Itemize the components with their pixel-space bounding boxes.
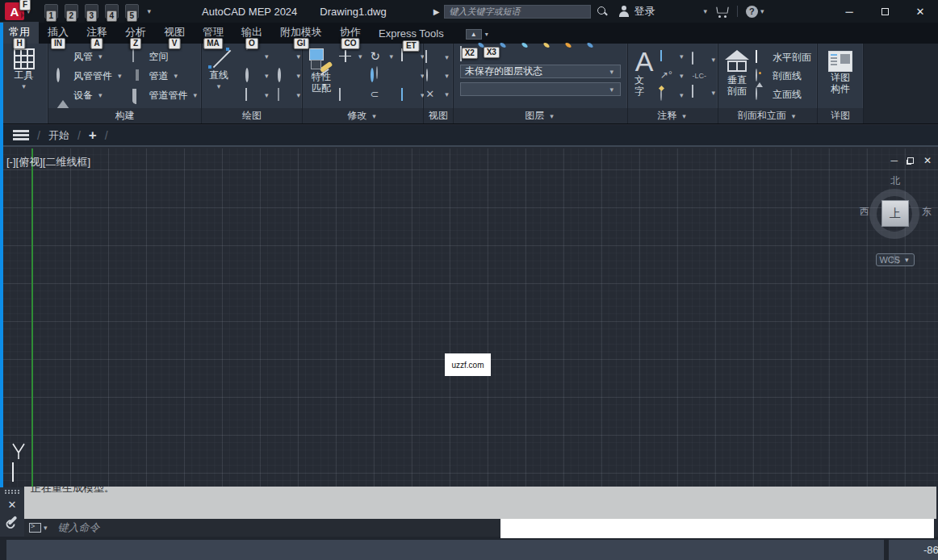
qat-customize-dropdown-icon[interactable]: ▾ bbox=[148, 7, 152, 15]
duct-dropdown-icon[interactable]: ▾ bbox=[98, 52, 103, 61]
visual-styles-dropdown-icon[interactable]: ▾ bbox=[445, 72, 449, 80]
table-button[interactable]: ▾ bbox=[692, 86, 718, 99]
rectangle-button[interactable]: ▾ bbox=[245, 89, 271, 102]
views-dropdown-icon[interactable]: ▾ bbox=[445, 53, 449, 61]
app-menu-button[interactable]: A F bbox=[5, 2, 24, 20]
panel-label-modify[interactable]: 修改▾ bbox=[303, 108, 423, 123]
lc-button[interactable]: -LC- bbox=[692, 72, 718, 80]
navigate-dropdown-icon[interactable]: ▾ bbox=[445, 90, 449, 98]
user-icon[interactable] bbox=[618, 6, 630, 17]
maximize-button[interactable] bbox=[867, 0, 902, 23]
qat-button-1[interactable]: 1 bbox=[44, 4, 58, 19]
command-prompt-icon[interactable] bbox=[29, 523, 41, 533]
multileader-dropdown-icon[interactable]: ▾ bbox=[680, 91, 684, 99]
qat-button-4[interactable]: 4 bbox=[105, 4, 119, 19]
recent-commands-dropdown-icon[interactable]: ▾ bbox=[44, 524, 48, 532]
tab-insert[interactable]: 插入IN bbox=[39, 22, 77, 44]
ribbon-collapse-button[interactable]: ▲X2 bbox=[466, 29, 482, 40]
horizontal-section-button[interactable]: 水平剖面 bbox=[756, 51, 811, 65]
wcs-menu[interactable]: WCS▾ bbox=[876, 253, 915, 266]
arc-dropdown-icon[interactable]: ▾ bbox=[265, 52, 269, 61]
duct-fitting-dropdown-icon[interactable]: ▾ bbox=[118, 72, 122, 80]
visual-styles-button[interactable]: ▾ bbox=[425, 69, 451, 83]
copy-button[interactable] bbox=[371, 69, 396, 83]
equipment-button[interactable]: 设备▾ bbox=[57, 89, 124, 102]
line-button[interactable]: 直线 ▾ bbox=[208, 44, 229, 108]
equipment-dropdown-icon[interactable]: ▾ bbox=[98, 91, 103, 99]
qat-button-2[interactable]: 2 bbox=[65, 4, 78, 19]
command-input-row[interactable]: ▾ 键入命令 bbox=[24, 519, 500, 537]
section-line-button[interactable]: 剖面线 bbox=[756, 69, 811, 83]
revision-cloud-button[interactable]: ▾ bbox=[692, 52, 718, 66]
command-customize-wrench-icon[interactable] bbox=[7, 516, 17, 525]
panel-label-annotate[interactable]: 注释▾ bbox=[628, 108, 718, 123]
compass-west-label[interactable]: 西 bbox=[860, 205, 869, 219]
modify-panel-expand-icon[interactable]: ▾ bbox=[372, 112, 376, 120]
text-button[interactable]: A 文字 bbox=[634, 44, 654, 108]
layer-state-save-button[interactable] bbox=[613, 47, 626, 61]
command-close-icon[interactable]: ✕ bbox=[8, 499, 17, 511]
ellipse-dropdown-icon[interactable]: ▾ bbox=[297, 72, 301, 80]
point-button[interactable]: ▾ bbox=[278, 50, 304, 64]
match-properties-button[interactable]: 特性 匹配 bbox=[309, 44, 333, 108]
layer-prev-button[interactable] bbox=[591, 47, 605, 61]
navigate-button[interactable]: ✕▾ bbox=[425, 88, 451, 102]
tab-analyze[interactable]: 分析Z bbox=[116, 22, 155, 44]
move-button[interactable]: ▾ bbox=[339, 50, 365, 64]
minimize-button[interactable]: ─ bbox=[831, 0, 867, 23]
layer-state-combobox[interactable]: 未保存的图层状态▾ bbox=[460, 65, 621, 78]
sign-in-label[interactable]: 登录 bbox=[634, 4, 655, 19]
annotate-panel-expand-icon[interactable]: ▾ bbox=[682, 112, 686, 120]
layer-off-button[interactable] bbox=[547, 47, 561, 61]
dimension-dropdown-icon[interactable]: ▾ bbox=[680, 52, 684, 61]
pipe-dropdown-icon[interactable]: ▾ bbox=[174, 72, 178, 80]
space-button[interactable]: 空间 bbox=[132, 50, 200, 64]
sections-panel-expand-icon[interactable]: ▾ bbox=[792, 112, 796, 120]
search-expand-icon[interactable]: ▶ bbox=[433, 7, 440, 16]
qat-button-5[interactable]: 5 bbox=[125, 4, 139, 19]
tab-home[interactable]: 常用H bbox=[0, 22, 39, 44]
command-input-placeholder[interactable]: 键入命令 bbox=[58, 520, 100, 535]
circle-dropdown-icon[interactable]: ▾ bbox=[265, 72, 269, 80]
layer-combobox[interactable]: ▾ bbox=[460, 82, 621, 96]
view-cube-top-face[interactable]: 上 bbox=[881, 200, 909, 227]
docked-palette-edge[interactable] bbox=[0, 23, 3, 487]
close-button[interactable]: ✕ bbox=[902, 0, 938, 23]
layer-match-button[interactable] bbox=[569, 47, 583, 61]
tab-view[interactable]: 视图V bbox=[155, 22, 194, 44]
rectangle-dropdown-icon[interactable]: ▾ bbox=[265, 91, 269, 99]
leader-dropdown-icon[interactable]: ▾ bbox=[680, 72, 684, 80]
3d-operations-button[interactable] bbox=[339, 89, 365, 102]
pipe-fitting-button[interactable]: 管道管件▾ bbox=[132, 89, 200, 102]
tab-manage[interactable]: 管理MA bbox=[194, 22, 232, 44]
elevation-line-button[interactable]: 立面线 bbox=[756, 88, 811, 102]
hatch-dropdown-icon[interactable]: ▾ bbox=[297, 91, 301, 99]
leader-button[interactable]: ↗°▾ bbox=[660, 69, 686, 83]
panel-label-sections[interactable]: 剖面和立面▾ bbox=[718, 108, 817, 123]
table-dropdown-icon[interactable]: ▾ bbox=[711, 89, 715, 97]
help-dropdown-icon[interactable]: ▾ bbox=[760, 7, 764, 15]
vertical-section-button[interactable]: 垂直 剖面 bbox=[723, 44, 751, 108]
arc-button[interactable]: ▾ bbox=[245, 50, 271, 64]
tab-collaborate[interactable]: 协作CO bbox=[331, 22, 370, 44]
duct-fitting-button[interactable]: 风管管件▾ bbox=[57, 69, 124, 83]
file-tab-menu-icon[interactable] bbox=[13, 130, 29, 140]
fillet-button[interactable]: ▾ bbox=[401, 50, 427, 64]
dimension-button[interactable]: ▾ bbox=[660, 50, 686, 64]
point-dropdown-icon[interactable]: ▾ bbox=[297, 52, 301, 61]
circle-button[interactable]: ▾ bbox=[245, 69, 271, 83]
command-history[interactable]: 正在重生成模型。 bbox=[24, 487, 936, 519]
help-search-input[interactable] bbox=[444, 5, 591, 19]
search-icon[interactable] bbox=[597, 6, 607, 16]
array-button[interactable]: ▾ bbox=[401, 89, 427, 102]
layer-state-combo-arrow-icon[interactable]: ▾ bbox=[609, 68, 613, 76]
new-drawing-tab-button[interactable]: + bbox=[89, 127, 97, 144]
viewport-controls-label[interactable]: [-][俯视][二维线框] bbox=[6, 155, 90, 169]
compass-north-label[interactable]: 北 bbox=[890, 174, 900, 188]
drawing-restore-button[interactable] bbox=[907, 157, 914, 164]
app-store-cart-icon[interactable] bbox=[716, 6, 729, 17]
tab-output[interactable]: 输出O bbox=[232, 22, 271, 44]
qat-button-3[interactable]: 3 bbox=[85, 4, 98, 19]
start-tab[interactable]: 开始 bbox=[48, 128, 69, 143]
palette-drag-handle[interactable] bbox=[5, 490, 19, 494]
